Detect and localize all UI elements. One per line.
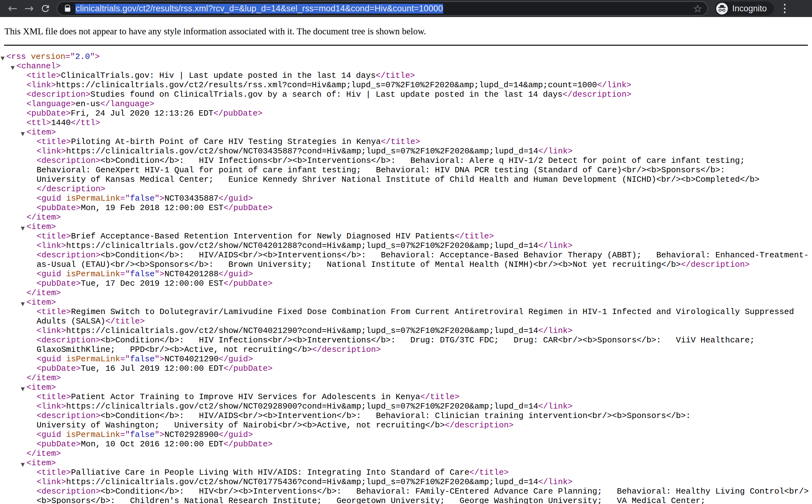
xml-tag: </pubDate> bbox=[223, 203, 273, 213]
xml-text: Behavioral: GeneXpert HIV-1 Qual for poi… bbox=[37, 165, 725, 175]
xml-tag: <title> bbox=[37, 307, 71, 317]
url-text[interactable]: clinicaltrials.gov/ct2/results/rss.xml?r… bbox=[75, 4, 443, 14]
xml-tag: <pubDate> bbox=[37, 203, 81, 213]
xml-line: <guid isPermaLink="false">NCT02928900</g… bbox=[0, 430, 812, 439]
xml-tag: <ttl> bbox=[26, 118, 51, 128]
xml-tag: <title> bbox=[37, 232, 71, 241]
xml-text: NCT04201288 bbox=[164, 269, 219, 279]
xml-attribute-name: isPermaLink bbox=[66, 194, 120, 203]
xml-tag: <item> bbox=[26, 128, 56, 137]
xml-text: <b>Condition</b>: HIV/AIDS<br/><b>Interv… bbox=[101, 250, 809, 260]
xml-tag: </item> bbox=[26, 449, 61, 458]
xml-text: <b>Condition</b>: HIV Infections<br/><b>… bbox=[101, 335, 755, 345]
xml-tag: </link> bbox=[538, 146, 573, 156]
notice-divider bbox=[4, 45, 808, 46]
xml-line: <description><b>Condition</b>: HIV/AIDS<… bbox=[0, 411, 812, 421]
xml-text: en-us bbox=[76, 99, 100, 109]
xml-line: <ttl>1440</ttl> bbox=[0, 118, 812, 128]
xml-tag: "> bbox=[90, 52, 100, 61]
xml-tag: <title> bbox=[26, 71, 61, 80]
xml-text: Patient Actor Training to Improve HIV Se… bbox=[71, 392, 420, 402]
xml-line: </description> bbox=[0, 184, 812, 194]
xml-tag: <item> bbox=[26, 383, 56, 392]
xml-text: NCT02928900 bbox=[164, 430, 219, 439]
xml-text: https://clinicaltrials.gov/ct2/show/NCT0… bbox=[66, 241, 539, 250]
xml-line: <description><b>Condition</b>: HIV Infec… bbox=[0, 335, 812, 345]
xml-tag: </guid> bbox=[218, 269, 253, 279]
xml-attribute-value: false bbox=[130, 430, 154, 439]
xml-attribute-name: isPermaLink bbox=[66, 430, 120, 439]
xml-line: ▼<item> bbox=[0, 222, 812, 232]
xml-tag: <item> bbox=[26, 458, 56, 468]
xml-tag: </link> bbox=[538, 326, 573, 335]
url-selected-text: clinicaltrials.gov/ct2/results/rss.xml?r… bbox=[75, 4, 443, 14]
xml-tag: </ttl> bbox=[71, 118, 100, 128]
xml-text: Piloting At-birth Point of Care HIV Test… bbox=[71, 137, 381, 146]
address-bar[interactable]: clinicaltrials.gov/ct2/results/rss.xml?r… bbox=[57, 1, 708, 16]
xml-tag: </link> bbox=[597, 80, 631, 90]
xml-tag: </description> bbox=[37, 184, 105, 194]
lock-icon[interactable] bbox=[65, 8, 70, 12]
xml-attribute-value: false bbox=[130, 269, 154, 279]
xml-line: Adults (SALSA)</title> bbox=[0, 317, 812, 326]
xml-line: ▼<item> bbox=[0, 383, 812, 392]
xml-tag: <pubDate> bbox=[37, 364, 81, 373]
xml-tag: "> bbox=[155, 194, 164, 203]
xml-tag: </title> bbox=[420, 392, 460, 402]
xml-tag: </title> bbox=[105, 317, 145, 326]
xml-attribute-name: isPermaLink bbox=[66, 269, 120, 279]
xml-tag: <link> bbox=[37, 477, 66, 487]
incognito-label: Incognito bbox=[732, 4, 767, 14]
xml-style-notice: This XML file does not appear to have an… bbox=[4, 26, 808, 37]
xml-line: ▼<rss version="2.0"> bbox=[0, 52, 812, 61]
xml-text: <b>Sponsors</b>: Children's National Res… bbox=[37, 496, 706, 504]
xml-tag: "> bbox=[155, 269, 164, 279]
xml-tag: </item> bbox=[26, 373, 61, 383]
forward-button[interactable]: → bbox=[21, 1, 37, 16]
xml-tag: <pubDate> bbox=[37, 439, 81, 449]
xml-tag: <link> bbox=[37, 402, 66, 411]
xml-tag: </guid> bbox=[218, 430, 253, 439]
xml-line: <description><b>Condition</b>: HIV/AIDS<… bbox=[0, 250, 812, 260]
xml-line: </item> bbox=[0, 213, 812, 222]
xml-tag: </title> bbox=[376, 71, 415, 80]
xml-line: University of Kansas Medical Center; Eun… bbox=[0, 175, 812, 184]
xml-line: <title>Palliative Care in People Living … bbox=[0, 468, 812, 477]
xml-attribute-value: 2.0 bbox=[75, 52, 90, 61]
xml-tag: </pubDate> bbox=[223, 364, 273, 373]
xml-tag: </language> bbox=[100, 99, 154, 109]
xml-line: <pubDate>Mon, 19 Feb 2018 12:00:00 EST</… bbox=[0, 203, 812, 213]
xml-text: <b>Condition</b>: HIV Infections<br/><b>… bbox=[101, 156, 745, 165]
xml-line: </item> bbox=[0, 449, 812, 458]
bookmark-star-icon[interactable]: ☆ bbox=[693, 3, 702, 14]
xml-text: https://clinicaltrials.gov/ct2/show/NCT0… bbox=[66, 402, 539, 411]
xml-text: <b>Condition</b>: HIV/AIDS<br/><b>Interv… bbox=[101, 411, 691, 421]
xml-text: https://clinicaltrials.gov/ct2/show/NCT0… bbox=[66, 326, 539, 335]
xml-tag: <description> bbox=[37, 156, 101, 165]
xml-tag: <description> bbox=[37, 487, 101, 496]
back-button[interactable]: ← bbox=[4, 1, 21, 16]
xml-line: <guid isPermaLink="false">NCT03435887</g… bbox=[0, 194, 812, 203]
xml-tag: <language> bbox=[26, 99, 76, 109]
xml-tag: <rss bbox=[6, 52, 31, 61]
xml-tag: <description> bbox=[37, 335, 101, 345]
xml-line: </item> bbox=[0, 373, 812, 383]
menu-button[interactable] bbox=[780, 3, 790, 14]
xml-text: Mon, 19 Feb 2018 12:00:00 EST bbox=[81, 203, 223, 213]
xml-line: ▼<item> bbox=[0, 128, 812, 137]
xml-text: NCT03435887 bbox=[164, 194, 219, 203]
xml-tag: <link> bbox=[37, 241, 66, 250]
incognito-badge: Incognito bbox=[715, 2, 774, 15]
xml-text: Palliative Care in People Living With HI… bbox=[71, 468, 469, 477]
xml-tag: <guid bbox=[37, 269, 66, 279]
xml-tag: "> bbox=[155, 430, 164, 439]
xml-tag: =" bbox=[120, 354, 130, 364]
reload-button[interactable] bbox=[37, 1, 54, 16]
xml-text: Fri, 24 Jul 2020 12:13:26 EDT bbox=[71, 109, 213, 118]
xml-text: ClinicalTrials.gov: Hiv | Last update po… bbox=[61, 71, 376, 80]
xml-text: University of Washington; University of … bbox=[37, 421, 445, 430]
xml-line: <language>en-us</language> bbox=[0, 99, 812, 109]
xml-text: NCT04021290 bbox=[164, 354, 219, 364]
xml-text: Adults (SALSA) bbox=[37, 317, 105, 326]
xml-tag: </item> bbox=[26, 288, 61, 298]
